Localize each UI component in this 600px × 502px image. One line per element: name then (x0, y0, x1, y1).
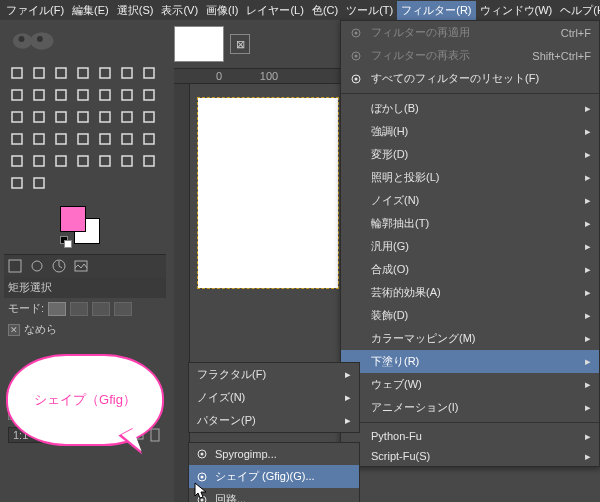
shear-tool[interactable] (28, 106, 50, 128)
filters-menu-item[interactable]: Script-Fu(S)▸ (341, 446, 599, 466)
filters-menu-item[interactable]: 汎用(G)▸ (341, 235, 599, 258)
svg-rect-22 (100, 112, 110, 122)
dodge-tool[interactable] (116, 150, 138, 172)
filters-menu-item[interactable]: 変形(D)▸ (341, 143, 599, 166)
filters-menu-item[interactable]: ウェブ(W)▸ (341, 373, 599, 396)
ink-tool[interactable] (138, 128, 160, 150)
filters-menu-item[interactable]: 芸術的効果(A)▸ (341, 281, 599, 304)
paths-tool[interactable] (6, 84, 28, 106)
mode-intersect-button[interactable] (114, 302, 132, 316)
devices-icon[interactable] (29, 258, 45, 274)
submenu-item[interactable]: ノイズ(N)▸ (189, 386, 359, 409)
scale-tool[interactable] (6, 106, 28, 128)
menu-item[interactable]: レイヤー(L) (242, 1, 307, 20)
filters-menu-item[interactable]: アニメーション(I)▸ (341, 396, 599, 419)
flip-tool[interactable] (72, 106, 94, 128)
antialias-row: ✕ なめら (4, 319, 166, 340)
menu-item[interactable]: 色(C) (308, 1, 342, 20)
submenu-item[interactable]: Spyrogimp... (189, 443, 359, 465)
menu-item[interactable]: ウィンドウ(W) (476, 1, 557, 20)
filters-menu-item[interactable]: ぼかし(B)▸ (341, 97, 599, 120)
render-submenu: フラクタル(F)▸ノイズ(N)▸パターン(P)▸ (188, 362, 360, 433)
ellipse-select-tool[interactable] (28, 62, 50, 84)
text-tool[interactable] (138, 106, 160, 128)
filters-menu-item[interactable]: 装飾(D)▸ (341, 304, 599, 327)
antialias-checkbox[interactable]: ✕ (8, 324, 20, 336)
rotate-tool[interactable] (138, 84, 160, 106)
submenu-item[interactable]: パターン(P)▸ (189, 409, 359, 432)
pencil-tool[interactable] (50, 128, 72, 150)
crop-tool[interactable] (116, 84, 138, 106)
heal-tool[interactable] (28, 150, 50, 172)
fg-color-swatch[interactable] (60, 206, 86, 232)
filters-menu-item[interactable]: Python-Fu▸ (341, 426, 599, 446)
tool-options-icon[interactable] (7, 258, 23, 274)
menu-item[interactable]: ファイル(F) (2, 1, 68, 20)
menu-item[interactable]: 表示(V) (157, 1, 202, 20)
smudge-tool[interactable] (94, 150, 116, 172)
move-tool[interactable] (72, 84, 94, 106)
zoom-tool[interactable] (138, 150, 160, 172)
clone-tool[interactable] (6, 150, 28, 172)
filters-menu-item[interactable]: 強調(H)▸ (341, 120, 599, 143)
canvas[interactable] (198, 98, 338, 288)
filters-menu-item[interactable]: 下塗り(R)▸ (341, 350, 599, 373)
perspective-tool[interactable] (50, 106, 72, 128)
cage-tool[interactable] (94, 106, 116, 128)
menu-item[interactable]: ヘルプ(H) (556, 1, 600, 20)
filters-menu-item[interactable]: ノイズ(N)▸ (341, 189, 599, 212)
menu-item[interactable]: 編集(E) (68, 1, 113, 20)
filters-menu-item[interactable]: カラーマッピング(M)▸ (341, 327, 599, 350)
fuzzy-select-tool[interactable] (72, 62, 94, 84)
color-select-tool[interactable] (94, 62, 116, 84)
close-tab-button[interactable]: ⊠ (230, 34, 250, 54)
foreground-tool[interactable] (138, 62, 160, 84)
image-tab-thumb[interactable] (174, 26, 224, 62)
svg-point-42 (32, 261, 42, 271)
filters-menu-item[interactable]: 輪郭抽出(T)▸ (341, 212, 599, 235)
svg-rect-36 (100, 156, 110, 166)
gear-icon (349, 72, 363, 86)
submenu-item[interactable]: 回路... (189, 488, 359, 502)
menu-item[interactable]: ツール(T) (342, 1, 397, 20)
filters-menu-item[interactable]: 照明と投影(L)▸ (341, 166, 599, 189)
filters-menu-item: フィルターの再適用Ctrl+F (341, 21, 599, 44)
blur-tool[interactable] (72, 150, 94, 172)
measure-tool[interactable] (50, 84, 72, 106)
mode-sub-button[interactable] (92, 302, 110, 316)
filters-menu-item[interactable]: 合成(O)▸ (341, 258, 599, 281)
bucket-tool[interactable] (6, 128, 28, 150)
gear-icon (195, 447, 209, 461)
mode-add-button[interactable] (70, 302, 88, 316)
submenu-item[interactable]: シェイプ (Gfig)(G)... (189, 465, 359, 488)
images-icon[interactable] (73, 258, 89, 274)
free-select-tool[interactable] (50, 62, 72, 84)
mode-replace-button[interactable] (48, 302, 66, 316)
color-swatches[interactable] (60, 206, 112, 246)
warp-tool[interactable] (116, 106, 138, 128)
svg-rect-15 (100, 90, 110, 100)
perspective-clone-tool[interactable] (50, 150, 72, 172)
align-tool[interactable] (94, 84, 116, 106)
filters-menu-item[interactable]: すべてのフィルターのリセット(F) (341, 67, 599, 90)
paintbrush-tool[interactable] (72, 128, 94, 150)
shape-submenu: Spyrogimp...シェイプ (Gfig)(G)...回路... (188, 442, 360, 502)
svg-rect-26 (34, 134, 44, 144)
svg-point-58 (201, 498, 204, 501)
submenu-item[interactable]: フラクタル(F)▸ (189, 363, 359, 386)
scissors-tool[interactable] (116, 62, 138, 84)
airbrush-tool[interactable] (116, 128, 138, 150)
eraser-tool[interactable] (94, 128, 116, 150)
menu-item[interactable]: フィルター(R) (397, 1, 475, 20)
menu-item[interactable]: 選択(S) (113, 1, 158, 20)
color-picker-tool[interactable] (28, 84, 50, 106)
history-icon[interactable] (51, 258, 67, 274)
curves-tool[interactable] (28, 172, 50, 194)
rect-select-tool[interactable] (6, 62, 28, 84)
measure2-tool[interactable] (6, 172, 28, 194)
default-colors-icon2[interactable] (64, 240, 72, 248)
callout-text: シェイプ（Gfig） (6, 354, 164, 446)
gradient-tool[interactable] (28, 128, 50, 150)
menu-item[interactable]: 画像(I) (202, 1, 242, 20)
mode-label: モード: (8, 301, 44, 316)
